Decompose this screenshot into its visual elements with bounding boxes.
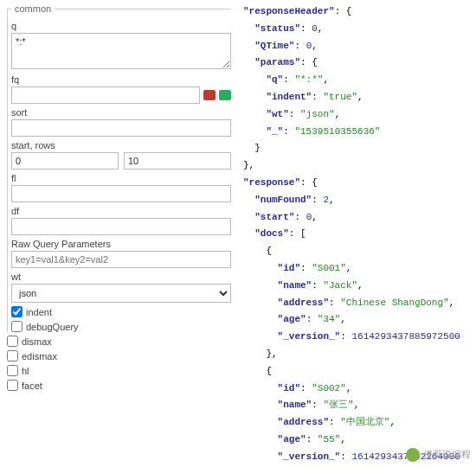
- indent-checkbox[interactable]: [11, 306, 23, 317]
- df-input[interactable]: [11, 218, 231, 235]
- debugquery-label: debugQuery: [26, 322, 79, 332]
- sort-label: sort: [11, 107, 231, 118]
- wt-select[interactable]: json: [11, 284, 231, 303]
- hl-label: hl: [22, 366, 29, 376]
- fieldset-legend: common: [11, 3, 55, 14]
- dismax-checkbox[interactable]: [7, 336, 18, 347]
- json-output: "responseHeader": { "status": 0, "QTime"…: [243, 3, 471, 467]
- fl-label: fl: [11, 173, 231, 183]
- remove-fq-button[interactable]: [203, 90, 215, 100]
- raw-query-input[interactable]: [11, 251, 231, 268]
- wt-label: wt: [11, 272, 231, 282]
- dismax-label: dismax: [22, 336, 52, 347]
- fq-label: fq: [11, 74, 231, 85]
- raw-label: Raw Query Parameters: [11, 239, 231, 249]
- hl-checkbox[interactable]: [7, 365, 18, 376]
- indent-label: indent: [26, 307, 52, 317]
- startrows-label: start, rows: [11, 140, 231, 150]
- watermark: 侵哥说编程: [406, 446, 471, 464]
- edismax-label: edismax: [22, 351, 57, 361]
- rows-input[interactable]: [124, 152, 231, 170]
- fq-input[interactable]: [11, 86, 200, 104]
- watermark-icon: [406, 448, 420, 462]
- fl-input[interactable]: [11, 185, 231, 202]
- start-input[interactable]: [11, 152, 119, 170]
- facet-checkbox[interactable]: [7, 380, 18, 391]
- edismax-checkbox[interactable]: [7, 350, 18, 361]
- common-fieldset: common q fq sort start, rows fl df Raw Q…: [7, 3, 231, 332]
- response-panel: "responseHeader": { "status": 0, "QTime"…: [238, 0, 476, 467]
- query-form-panel: common q fq sort start, rows fl df Raw Q…: [0, 0, 238, 467]
- debugquery-checkbox[interactable]: [11, 321, 23, 332]
- q-input[interactable]: [11, 33, 231, 69]
- add-fq-button[interactable]: [219, 90, 231, 100]
- df-label: df: [11, 206, 231, 216]
- sort-input[interactable]: [11, 119, 231, 137]
- watermark-text: 侵哥说编程: [423, 446, 471, 464]
- q-label: q: [11, 21, 231, 31]
- facet-label: facet: [22, 381, 42, 391]
